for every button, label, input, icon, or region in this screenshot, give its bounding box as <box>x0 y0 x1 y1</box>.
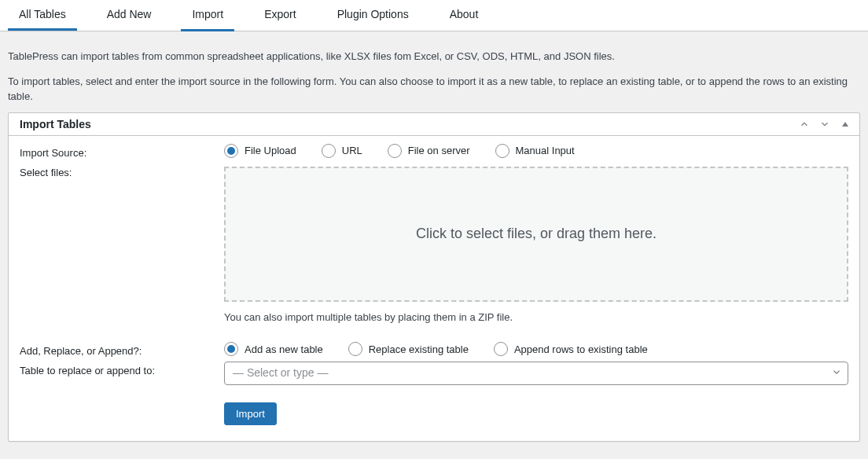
radio-icon <box>494 342 508 356</box>
radio-icon <box>388 144 402 158</box>
tab-about[interactable]: About <box>439 0 490 31</box>
tab-plugin-options[interactable]: Plugin Options <box>326 0 420 31</box>
table-select[interactable]: — Select or type — <box>224 362 848 385</box>
radio-icon <box>224 144 238 158</box>
tab-add-new[interactable]: Add New <box>96 0 163 31</box>
import-button[interactable]: Import <box>224 402 277 425</box>
row-import-type: Add, Replace, or Append?: Add as new tab… <box>20 342 848 357</box>
nav-tabs: All Tables Add New Import Export Plugin … <box>0 0 868 31</box>
radio-icon <box>348 342 362 356</box>
row-import-source: Import Source: File Upload URL <box>20 144 848 159</box>
radio-label: Manual Input <box>516 145 575 156</box>
tab-all-tables[interactable]: All Tables <box>8 0 77 31</box>
import-form: Import Source: File Upload URL <box>9 136 859 442</box>
radio-manual-input[interactable]: Manual Input <box>495 144 575 158</box>
tab-import[interactable]: Import <box>181 0 234 31</box>
table-select-value: — Select or type — <box>224 362 848 385</box>
radio-label: Append rows to existing table <box>514 343 648 355</box>
label-table-select: Table to replace or append to: <box>20 362 224 376</box>
radio-add-new[interactable]: Add as new table <box>224 342 323 356</box>
import-tables-postbox: Import Tables Import Source: <box>8 112 860 442</box>
dropzone-text: Click to select files, or drag them here… <box>416 226 657 242</box>
svg-marker-0 <box>842 122 848 127</box>
radio-icon <box>322 144 336 158</box>
postbox-title: Import Tables <box>20 118 91 130</box>
radio-label: Add as new table <box>245 343 323 355</box>
chevron-down-icon <box>831 367 842 380</box>
radio-label: URL <box>342 145 362 156</box>
label-import-type: Add, Replace, or Append?: <box>20 342 224 357</box>
radio-icon <box>495 144 509 158</box>
radio-url[interactable]: URL <box>322 144 362 158</box>
file-dropzone[interactable]: Click to select files, or drag them here… <box>224 167 848 302</box>
zip-hint: You can also import multiple tables by p… <box>224 310 848 325</box>
move-down-icon[interactable] <box>818 118 831 130</box>
postbox-controls <box>798 118 851 130</box>
row-submit: Import <box>20 402 848 425</box>
type-radio-group: Add as new table Replace existing table … <box>224 342 848 356</box>
postbox-header: Import Tables <box>9 113 859 136</box>
source-radio-group: File Upload URL File on server Manu <box>224 144 848 158</box>
row-table-select: Table to replace or append to: — Select … <box>20 362 848 385</box>
radio-icon <box>224 342 238 356</box>
row-select-files: Select files: Click to select files, or … <box>20 163 848 325</box>
tab-export[interactable]: Export <box>253 0 307 31</box>
radio-replace[interactable]: Replace existing table <box>348 342 469 356</box>
toggle-panel-icon[interactable] <box>839 118 851 130</box>
move-up-icon[interactable] <box>798 118 811 130</box>
radio-label: File Upload <box>245 145 296 156</box>
radio-file-on-server[interactable]: File on server <box>388 144 470 158</box>
label-import-source: Import Source: <box>20 144 224 159</box>
page-content: TablePress can import tables from common… <box>0 31 868 456</box>
radio-append[interactable]: Append rows to existing table <box>494 342 648 356</box>
radio-label: File on server <box>408 145 470 156</box>
radio-file-upload[interactable]: File Upload <box>224 144 296 158</box>
label-select-files: Select files: <box>20 163 224 178</box>
intro-text-1: TablePress can import tables from common… <box>8 49 860 64</box>
radio-label: Replace existing table <box>369 343 469 355</box>
intro-text-2: To import tables, select and enter the i… <box>8 74 860 105</box>
